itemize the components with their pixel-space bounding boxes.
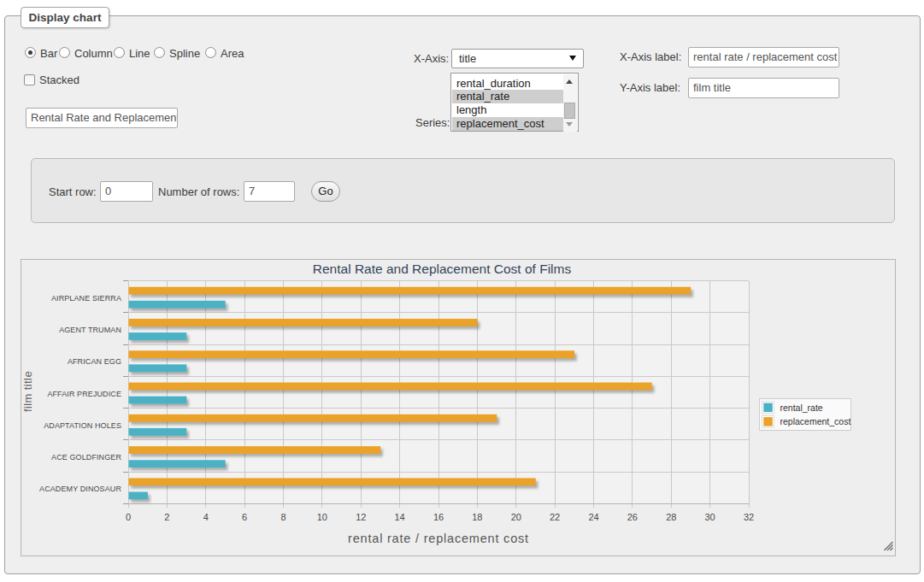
svg-text:28: 28 xyxy=(666,512,676,522)
svg-text:ACE GOLDFINGER: ACE GOLDFINGER xyxy=(51,453,121,461)
svg-text:2: 2 xyxy=(164,512,169,522)
svg-text:ACADEMY DINOSAUR: ACADEMY DINOSAUR xyxy=(39,485,121,493)
svg-text:Rental Rate and Replacement Co: Rental Rate and Replacement Cost of Film… xyxy=(313,262,572,276)
svg-text:16: 16 xyxy=(433,512,444,522)
svg-text:AGENT TRUMAN: AGENT TRUMAN xyxy=(59,326,121,334)
svg-text:AFFAIR PREJUDICE: AFFAIR PREJUDICE xyxy=(47,390,121,398)
svg-text:rental_rate: rental_rate xyxy=(780,403,823,413)
svg-text:ADAPTATION HOLES: ADAPTATION HOLES xyxy=(44,421,121,430)
svg-text:rental rate / replacement cost: rental rate / replacement cost xyxy=(348,532,529,545)
svg-text:20: 20 xyxy=(511,512,521,522)
svg-text:22: 22 xyxy=(550,512,560,522)
svg-text:32: 32 xyxy=(744,512,754,522)
svg-text:0: 0 xyxy=(126,512,131,522)
svg-text:14: 14 xyxy=(394,512,404,522)
svg-text:film title: film title xyxy=(21,371,34,412)
svg-text:8: 8 xyxy=(280,512,285,522)
svg-text:26: 26 xyxy=(627,512,638,522)
svg-text:18: 18 xyxy=(472,512,482,522)
svg-text:30: 30 xyxy=(704,512,715,522)
svg-text:AIRPLANE SIERRA: AIRPLANE SIERRA xyxy=(51,294,121,303)
svg-text:replacement_cost: replacement_cost xyxy=(780,416,851,426)
svg-text:12: 12 xyxy=(356,512,366,522)
svg-text:AFRICAN EGG: AFRICAN EGG xyxy=(68,357,121,366)
svg-text:4: 4 xyxy=(203,512,209,522)
svg-text:6: 6 xyxy=(242,512,247,522)
svg-text:10: 10 xyxy=(317,512,327,522)
svg-text:24: 24 xyxy=(588,512,598,522)
